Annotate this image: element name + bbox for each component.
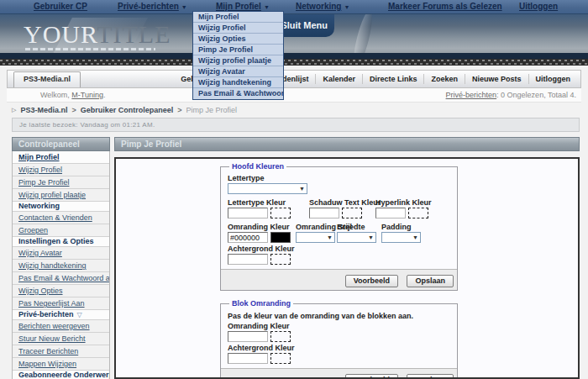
breadcrumb: ▷ PS3-Media.nl > Gebruiker Controlepanee… [12, 103, 580, 118]
omranding-stijl-label: Omranding Stijl [296, 223, 337, 231]
breedte-select[interactable]: ▼ [337, 232, 376, 243]
site-toolbar: PS3-Media.nl Gebruiker CP FAQ Ledenlijst… [7, 70, 581, 88]
page-title: Pimp Je Profiel [114, 137, 580, 151]
breadcrumb-controlepaneel[interactable]: Gebruiker Controlepaneel [81, 106, 174, 114]
nav-networking[interactable]: Networking▼ [296, 0, 349, 14]
dropdown-arrow-icon: ▼ [181, 1, 187, 14]
dark-divider-strip [0, 53, 588, 59]
blok-achtergrond-kleur-swatch[interactable] [270, 353, 291, 364]
site-name-tab[interactable]: PS3-Media.nl [13, 71, 81, 87]
blok-achtergrond-kleur-label: Achtergrond Kleur [228, 344, 450, 352]
lettertype-kleur-input[interactable] [228, 208, 268, 218]
hyperlink-kleur-swatch[interactable] [408, 208, 428, 218]
sidebar-item-wijzig-handtekening[interactable]: Wijzig handtekening [13, 260, 109, 272]
menu-item-mijn-profiel[interactable]: Mijn Profiel [193, 12, 283, 23]
sidebar-item-pimp-je-profiel[interactable]: Pimp Je Profiel [13, 176, 109, 189]
sidebar-item-berichten-weergeven[interactable]: Berichten weergeven [13, 320, 109, 333]
select-arrow-icon: ▼ [368, 233, 374, 243]
schaduw-text-kleur-swatch[interactable] [342, 208, 362, 218]
hyperlink-kleur-label: Hyperlink Kleur [375, 198, 450, 207]
sidebar-item-wijzig-avatar[interactable]: Wijzig Avatar [13, 247, 109, 260]
menu-item-pas-email-wachtwoord[interactable]: Pas Email & Wachtwoord aan [193, 88, 283, 99]
padding-select[interactable]: ▼ [381, 232, 421, 243]
pm-link[interactable]: Privé-berichten [446, 91, 497, 99]
breadcrumb-home[interactable]: PS3-Media.nl [20, 106, 67, 114]
breedte-label: Breedte [337, 223, 381, 231]
nav-prive-berichten[interactable]: Privé-berichten▼ [118, 0, 187, 14]
blok-omranding-kleur-input[interactable] [228, 331, 268, 342]
control-panel-sidebar: Mijn Profiel Wijzig Profiel Pimp Je Prof… [12, 151, 110, 379]
username-link[interactable]: M-Tuning [71, 91, 103, 99]
select-arrow-icon: ▼ [327, 233, 333, 243]
fieldset-legend: Hoofd Kleuren [229, 162, 286, 171]
last-visit-notice: Je laatste bezoek: Vandaag om 01:21 AM. [12, 118, 580, 132]
sidebar-item-pas-negeerlijst[interactable]: Pas Negeerlijst Aan [13, 297, 109, 310]
blok-omranding-kleur-swatch[interactable] [270, 331, 291, 342]
select-arrow-icon: ▼ [412, 233, 418, 243]
sidebar-item-traceer-berichten[interactable]: Traceer Berichten [13, 345, 109, 358]
banner-divider [350, 14, 376, 53]
sidebar-item-wijzig-opties[interactable]: Wijzig Opties [13, 285, 109, 297]
sidebar-item-mijn-profiel[interactable]: Mijn Profiel [13, 151, 109, 164]
blok-achtergrond-kleur-input[interactable] [228, 353, 268, 364]
welcome-text: Welkom, M-Tuning. [7, 91, 106, 99]
mijn-profiel-dropdown-menu: Mijn Profiel Wijzig Profiel Wijzig Optie… [192, 11, 284, 100]
lettertype-select[interactable]: ▼ [228, 183, 307, 194]
omranding-stijl-select[interactable]: ▼ [296, 232, 335, 243]
menu-item-wijzig-avatar[interactable]: Wijzig Avatar [193, 66, 283, 77]
nav-uitloggen[interactable]: Uitloggen [519, 0, 558, 13]
sidebar-category-networking: Networking [13, 202, 109, 212]
schaduw-text-kleur-label: Schaduw Text Kleur [309, 198, 375, 207]
sidebar-item-groepen[interactable]: Groepen [13, 224, 109, 237]
achtergrond-kleur-label: Achtergrond Kleur [228, 245, 450, 253]
fieldset-footer: Voorbeeld Opslaan [221, 269, 457, 290]
lettertype-kleur-swatch[interactable] [270, 208, 291, 218]
sidebar-category-instellingen-opties: Instellingen & Opties [13, 237, 109, 247]
nav-markeer-forums[interactable]: Markeer Forums als Gelezen [388, 0, 502, 13]
opslaan-button[interactable]: Opslaan [407, 275, 454, 287]
link-uitloggen[interactable]: Uitloggen [529, 74, 578, 84]
collapse-arrow-icon: ▽ [77, 311, 82, 318]
voorbeeld-button[interactable]: Voorbeeld [345, 275, 398, 287]
menu-item-wijzig-profiel[interactable]: Wijzig Profiel [193, 23, 283, 34]
fieldset-hoofd-kleuren: Hoofd Kleuren Lettertype ▼ Lettertype Kl… [220, 162, 458, 291]
stitched-divider-strip [0, 59, 588, 66]
sidebar-item-pas-email-wachtwoord[interactable]: Pas Email & Wachtwoord aan [13, 272, 109, 285]
schaduw-text-kleur-input[interactable] [309, 208, 339, 218]
padding-label: Padding [381, 223, 421, 231]
sidebar-item-stuur-nieuw-bericht[interactable]: Stuur Nieuw Bericht [13, 333, 109, 345]
voorbeeld-button[interactable]: Voorbeeld [345, 374, 398, 379]
sidebar-category-prive-berichten[interactable]: Privé-berichten▽ [13, 310, 109, 320]
menu-item-wijzig-handtekening[interactable]: Wijzig handtekening [193, 77, 283, 88]
sidebar-title-bar: Controlepaneel [12, 137, 110, 151]
achtergrond-kleur-swatch[interactable] [270, 254, 291, 265]
lettertype-label: Lettertype [228, 174, 450, 182]
blok-omranding-description: Pas de kleur van de omranding van de blo… [228, 312, 450, 320]
sidebar-category-geabonneerde-onderwerpen[interactable]: Geabonneerde Onderwerpen▽ [13, 371, 109, 379]
link-directe-links[interactable]: Directe Links [363, 74, 425, 84]
fieldset-footer: Voorbeeld Opslaan [221, 368, 457, 379]
lettertype-kleur-label: Lettertype Kleur [228, 198, 309, 207]
pm-status: Privé-berichten: 0 Ongelezen, Totaal 4. [446, 91, 581, 99]
achtergrond-kleur-input[interactable] [228, 254, 268, 265]
sidebar-item-wijzig-profiel-plaatje[interactable]: Wijzig profiel plaatje [13, 189, 109, 202]
hyperlink-kleur-input[interactable] [375, 208, 406, 218]
top-navbar: Gebruiker CP Privé-berichten▼ Mijn Profi… [0, 0, 588, 14]
sidebar-item-mappen-wijzigen[interactable]: Mappen Wijzigen [13, 358, 109, 371]
link-kalender[interactable]: Kalender [316, 74, 363, 84]
sidebar-item-contacten-vrienden[interactable]: Contacten & Vrienden [13, 212, 109, 224]
link-zoeken[interactable]: Zoeken [424, 74, 465, 84]
sidebar-item-wijzig-profiel[interactable]: Wijzig Profiel [13, 164, 109, 176]
blok-omranding-kleur-label: Omranding Kleur [228, 322, 450, 330]
omranding-kleur-swatch[interactable] [270, 232, 291, 243]
menu-item-wijzig-profiel-plaatje[interactable]: Wijzig profiel plaatje [193, 55, 283, 66]
omranding-kleur-input[interactable] [228, 232, 268, 243]
breadcrumb-current: Pimp Je Profiel [186, 106, 237, 114]
nav-gebruiker-cp[interactable]: Gebruiker CP [34, 0, 87, 13]
breadcrumb-arrow-icon: ▷ [12, 107, 16, 113]
link-nieuwe-posts[interactable]: Nieuwe Posts [465, 74, 529, 84]
menu-item-wijzig-opties[interactable]: Wijzig Opties [193, 34, 283, 45]
main-content-panel: Hoofd Kleuren Lettertype ▼ Lettertype Kl… [114, 157, 580, 379]
opslaan-button[interactable]: Opslaan [407, 374, 454, 379]
menu-item-pimp-je-profiel[interactable]: Pimp Je Profiel [193, 45, 283, 55]
